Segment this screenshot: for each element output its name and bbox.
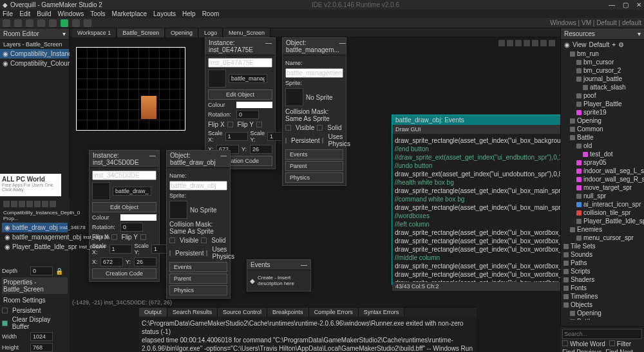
save-icon[interactable]	[37, 19, 45, 27]
x-input[interactable]	[100, 257, 123, 266]
output-tab-syntax[interactable]: Syntax Errors	[359, 308, 405, 317]
run-icon[interactable]	[61, 19, 68, 27]
debug-icon[interactable]	[49, 19, 57, 27]
solid-checkbox[interactable]	[317, 125, 323, 131]
code-line[interactable]: draw_sprite_rectangle(asset_get_index("u…	[395, 237, 560, 245]
resource-item[interactable]: Paths	[561, 259, 644, 267]
toolbar-targets[interactable]: Windows | VM | Default | default	[550, 19, 641, 26]
menu-build[interactable]: Build	[37, 10, 51, 17]
code-line[interactable]: draw_sprite_rectangle(asset_get_index("u…	[395, 228, 560, 237]
resource-item[interactable]: bm_run	[561, 50, 644, 58]
resource-item[interactable]: Scripts	[561, 267, 644, 275]
instance-item[interactable]: ◉Player_Battle_Idle_sprinst_60BA4	[2, 242, 68, 252]
find-prev-button[interactable]: Find Previous	[562, 349, 601, 352]
creation-code-button[interactable]: Creation Code	[92, 268, 156, 279]
visible-checkbox[interactable]	[285, 125, 291, 131]
resource-item[interactable]: indoor_wall_seg_L_spr	[561, 167, 644, 175]
layer-tool-icon[interactable]	[26, 201, 33, 207]
open-icon[interactable]	[26, 19, 33, 27]
physics-button[interactable]: Physics	[285, 172, 343, 183]
tab-workspace[interactable]: Workspace 1	[72, 28, 117, 37]
physics-checkbox[interactable]	[322, 138, 323, 144]
resource-item[interactable]: collision_tile_spr	[561, 208, 644, 217]
code-line[interactable]: draw_sprite_rectangle(asset_get_index("u…	[395, 270, 560, 279]
output-tab-output[interactable]: Output	[139, 308, 167, 317]
physics-button[interactable]: Physics	[169, 285, 227, 295]
layer-tool-icon[interactable]	[42, 201, 48, 207]
object-panel-draw[interactable]: Object: battle_draw_obj— Name: Sprite: N…	[166, 150, 231, 299]
zoom-out-icon[interactable]	[498, 40, 505, 46]
resource-item[interactable]: menu_cursor_spr	[561, 234, 644, 242]
menu-help[interactable]: Help	[182, 10, 196, 17]
colour-swatch[interactable]	[236, 102, 272, 108]
resource-item[interactable]: poof	[561, 91, 644, 100]
new-icon[interactable]	[14, 19, 22, 27]
tab-opening[interactable]: Opening	[166, 28, 198, 37]
code-line[interactable]: draw_sprite_ext(asset_get_index("ui_undo…	[395, 170, 560, 178]
layer-tool-icon[interactable]	[50, 201, 56, 207]
visible-checkbox[interactable]	[169, 237, 175, 243]
code-line[interactable]: //wordboxes	[395, 212, 560, 220]
resource-item[interactable]: test_dot	[561, 150, 644, 158]
close-icon[interactable]: —	[301, 261, 307, 268]
code-line[interactable]: draw_sprite_rectangle(asset_get_index("u…	[395, 279, 560, 282]
eye-icon[interactable]: ◉	[564, 41, 570, 48]
events-button[interactable]: Events	[285, 149, 343, 160]
resource-item[interactable]: old	[561, 142, 644, 150]
output-tab-source[interactable]: Source Control	[218, 308, 267, 317]
resource-item[interactable]: Player_Battle	[561, 100, 644, 108]
resource-item[interactable]: Tile Sets	[561, 242, 644, 250]
resource-item[interactable]: Opening	[561, 116, 644, 125]
workspace[interactable]: Instance: inst_0E47A75E— Edit Object Col…	[70, 37, 560, 352]
clear-buffer-checkbox[interactable]	[2, 320, 8, 326]
menu-room[interactable]: Room	[202, 10, 220, 17]
layer-tool-icon[interactable]	[11, 201, 17, 207]
instance-inspector-2[interactable]: Instance: inst_34C5D0DE— Edit Object Col…	[89, 150, 160, 282]
close-icon[interactable]: —	[339, 39, 346, 53]
resource-item[interactable]: attack_slash	[561, 83, 644, 91]
instance-item[interactable]: ◉battle_management_objinst_0E47A	[2, 232, 68, 242]
code-line[interactable]: //left column	[395, 220, 560, 228]
object-panel-management[interactable]: Object: battle_managem...— Name: Sprite:…	[282, 37, 346, 186]
flipy-checkbox[interactable]	[140, 234, 146, 240]
settings-icon[interactable]	[549, 40, 555, 46]
code-body[interactable]: draw_sprite_rectangle(asset_get_index("u…	[392, 134, 560, 282]
search-input[interactable]	[562, 329, 642, 339]
resource-item[interactable]: Timelines	[561, 292, 644, 301]
sprite-preview[interactable]	[285, 88, 303, 106]
events-button[interactable]: Events	[169, 262, 227, 272]
resource-item[interactable]: Fonts	[561, 284, 644, 292]
edit-object-button[interactable]: Edit Object	[208, 89, 272, 100]
rotation-input[interactable]	[120, 223, 143, 232]
code-line[interactable]: //command white box bg	[395, 195, 560, 203]
resource-item[interactable]: sprite19	[561, 108, 644, 116]
tab-logo[interactable]: Logo	[199, 28, 223, 37]
menu-file[interactable]: File	[3, 10, 13, 17]
sprite-preview[interactable]	[208, 69, 226, 88]
minimize-icon[interactable]: —	[609, 1, 615, 8]
resource-item[interactable]: ai_interact_icon_spr	[561, 200, 644, 208]
parent-button[interactable]: Parent	[169, 273, 227, 284]
resource-item[interactable]: indoor_wall_seg_R_spr	[561, 175, 644, 183]
snap-icon[interactable]	[532, 40, 538, 46]
flipy-checkbox[interactable]	[256, 122, 262, 127]
code-line[interactable]: draw_sprite_rectangle(asset_get_index("u…	[395, 136, 560, 145]
code-line[interactable]: draw_sprite_rectangle(asset_get_index("u…	[395, 262, 560, 270]
layer-tool-icon[interactable]	[19, 201, 25, 207]
chevron-down-icon[interactable]: ▾	[638, 30, 641, 37]
visibility-icon[interactable]: ◉	[3, 60, 8, 67]
menu-edit[interactable]: Edit	[19, 10, 30, 17]
event-selector[interactable]: Draw GUI	[392, 125, 560, 134]
solid-checkbox[interactable]	[201, 237, 207, 243]
layer-compat-colour[interactable]: ◉ Compatibility_Colour	[0, 59, 69, 68]
visibility-icon[interactable]: ◉	[3, 50, 8, 57]
object-ref-input[interactable]	[113, 187, 151, 196]
sprite-preview[interactable]	[92, 182, 110, 200]
resource-item[interactable]: bm_cursor_2	[561, 66, 644, 75]
events-panel[interactable]: Events— ◆Create - Insert description her…	[247, 259, 311, 292]
resource-item[interactable]: Opening	[561, 309, 644, 317]
menu-marketplace[interactable]: Marketplace	[112, 10, 147, 17]
room-view[interactable]	[76, 47, 185, 131]
output-tab-compile[interactable]: Compile Errors	[309, 308, 359, 317]
depth-input[interactable]	[30, 266, 53, 275]
